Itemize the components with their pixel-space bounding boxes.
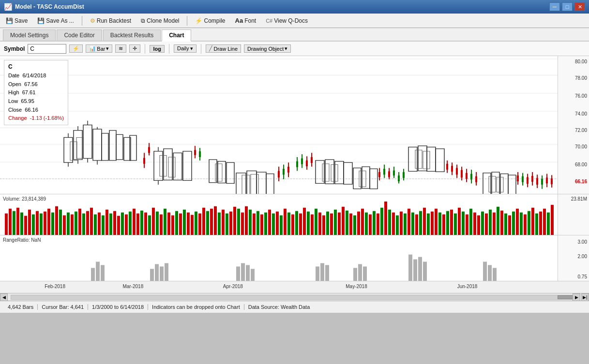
svg-rect-217 bbox=[334, 210, 337, 235]
svg-rect-204 bbox=[284, 209, 287, 235]
price-scale: 80.00 78.00 76.00 74.00 72.00 70.00 68.0… bbox=[558, 56, 589, 194]
svg-rect-176 bbox=[175, 211, 178, 235]
svg-rect-108 bbox=[475, 176, 477, 182]
svg-rect-124 bbox=[536, 178, 538, 185]
svg-rect-233 bbox=[396, 215, 399, 235]
svg-rect-138 bbox=[28, 210, 31, 235]
status-bars: 4,642 Bars bbox=[4, 304, 38, 310]
svg-rect-141 bbox=[40, 214, 43, 235]
svg-rect-208 bbox=[299, 214, 302, 235]
svg-rect-94 bbox=[423, 151, 430, 169]
tab-code-editor[interactable]: Code Editor bbox=[57, 29, 102, 41]
tab-backtest-results[interactable]: Backtest Results bbox=[103, 29, 161, 41]
scroll-end-button[interactable]: ▶| bbox=[581, 293, 589, 301]
svg-rect-197 bbox=[257, 211, 259, 235]
svg-rect-136 bbox=[20, 213, 23, 235]
svg-rect-183 bbox=[202, 208, 205, 235]
run-backtest-button[interactable]: ⚙ Run Backtest bbox=[87, 16, 134, 25]
svg-rect-211 bbox=[311, 215, 314, 235]
maximize-button[interactable]: □ bbox=[562, 2, 573, 11]
view-qdocs-button[interactable]: C# View Q-Docs bbox=[263, 16, 311, 25]
toolbar-separator-1 bbox=[82, 16, 82, 26]
symbol-input[interactable] bbox=[28, 44, 66, 54]
price-chart-area[interactable]: C Date 6/14/2018 Open 67.56 High 67.61 L… bbox=[0, 56, 558, 194]
svg-rect-278 bbox=[155, 264, 159, 281]
crosshair-button[interactable]: ✛ bbox=[129, 44, 140, 53]
svg-rect-270 bbox=[539, 212, 542, 235]
drawing-object-button[interactable]: Drawing Object ▾ bbox=[244, 44, 291, 53]
svg-rect-133 bbox=[9, 209, 12, 235]
svg-rect-191 bbox=[233, 207, 236, 235]
svg-rect-295 bbox=[483, 262, 487, 281]
scrollbar-area[interactable]: ◀ ▶ ▶| bbox=[0, 293, 589, 301]
svg-rect-17 bbox=[93, 129, 102, 160]
indicator-section: RangeRatio: NaN bbox=[0, 235, 589, 281]
svg-rect-68 bbox=[325, 160, 334, 184]
svg-rect-196 bbox=[253, 214, 256, 235]
scroll-left-button[interactable]: ◀ bbox=[0, 293, 8, 301]
svg-rect-163 bbox=[125, 215, 128, 235]
saveas-button[interactable]: 💾 Save As ... bbox=[34, 16, 76, 25]
svg-rect-198 bbox=[260, 215, 263, 235]
tab-model-settings[interactable]: Model Settings bbox=[3, 29, 56, 41]
svg-rect-195 bbox=[249, 210, 252, 235]
save-button[interactable]: 💾 Save bbox=[3, 16, 30, 25]
svg-rect-8 bbox=[64, 137, 73, 162]
scroll-track[interactable] bbox=[11, 295, 578, 300]
ohlc-symbol: C bbox=[8, 62, 64, 72]
range-button[interactable]: ≋ bbox=[115, 44, 126, 53]
tab-chart[interactable]: Chart bbox=[162, 29, 191, 42]
svg-rect-175 bbox=[171, 215, 174, 235]
svg-rect-149 bbox=[71, 215, 74, 235]
svg-rect-43 bbox=[209, 160, 217, 183]
chart-region: C Date 6/14/2018 Open 67.56 High 67.61 L… bbox=[0, 56, 589, 281]
lightning-button[interactable]: ⚡ bbox=[69, 44, 83, 53]
svg-rect-100 bbox=[456, 168, 458, 175]
log-button[interactable]: log bbox=[150, 45, 165, 53]
svg-rect-213 bbox=[318, 213, 321, 235]
ohlc-overlay: C Date 6/14/2018 Open 67.56 High 67.61 L… bbox=[4, 60, 68, 125]
svg-rect-205 bbox=[287, 213, 290, 235]
svg-rect-66 bbox=[311, 157, 313, 163]
volume-chart bbox=[0, 194, 558, 235]
svg-rect-142 bbox=[44, 212, 46, 235]
svg-rect-98 bbox=[451, 166, 453, 172]
ohlc-high: High 67.61 bbox=[8, 88, 64, 97]
svg-rect-234 bbox=[400, 212, 403, 235]
svg-rect-277 bbox=[150, 269, 154, 281]
svg-rect-161 bbox=[117, 216, 120, 235]
clone-model-button[interactable]: ⧉ Clone Model bbox=[138, 16, 182, 25]
svg-rect-246 bbox=[446, 211, 449, 235]
svg-rect-199 bbox=[264, 213, 267, 235]
svg-rect-236 bbox=[408, 209, 410, 235]
svg-rect-229 bbox=[380, 208, 383, 235]
daily-button[interactable]: Daily ▾ bbox=[174, 44, 197, 53]
svg-rect-250 bbox=[462, 212, 465, 235]
svg-rect-275 bbox=[96, 262, 100, 281]
svg-rect-249 bbox=[458, 208, 461, 235]
svg-rect-126 bbox=[541, 179, 543, 185]
ohlc-change: Change -1.13 (-1.68%) bbox=[8, 114, 64, 123]
chart-toolbar-sep-3 bbox=[201, 44, 201, 54]
svg-rect-257 bbox=[489, 210, 492, 235]
svg-rect-78 bbox=[378, 172, 380, 177]
svg-rect-242 bbox=[431, 212, 434, 235]
indicator-chart bbox=[0, 235, 558, 281]
close-button[interactable]: ✕ bbox=[574, 2, 585, 11]
scroll-right-button[interactable]: ▶ bbox=[573, 293, 580, 301]
compile-button[interactable]: ⚡ Compile bbox=[192, 16, 228, 25]
svg-rect-89 bbox=[408, 147, 417, 171]
svg-rect-44 bbox=[218, 161, 226, 183]
minimize-button[interactable]: ─ bbox=[549, 2, 560, 11]
svg-rect-221 bbox=[349, 214, 352, 235]
font-button[interactable]: Aa Font bbox=[232, 16, 259, 25]
bar-chart-button[interactable]: 📊 Bar ▾ bbox=[86, 44, 112, 53]
svg-rect-210 bbox=[307, 212, 310, 235]
time-label-mar: Mar-2018 bbox=[122, 284, 143, 289]
svg-rect-56 bbox=[283, 169, 285, 175]
svg-rect-147 bbox=[63, 215, 66, 235]
svg-rect-254 bbox=[477, 215, 480, 235]
svg-rect-152 bbox=[82, 214, 85, 235]
svg-rect-281 bbox=[236, 266, 240, 281]
draw-line-button[interactable]: ╱ Draw Line bbox=[206, 44, 241, 53]
